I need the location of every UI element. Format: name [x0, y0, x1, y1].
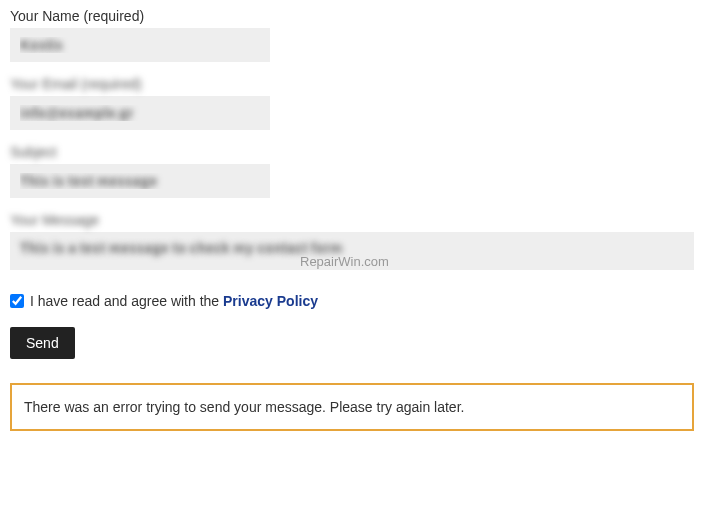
email-label: Your Email (required) — [10, 76, 692, 92]
subject-input[interactable] — [10, 164, 270, 198]
consent-text: I have read and agree with the Privacy P… — [30, 293, 318, 309]
consent-checkbox[interactable] — [10, 294, 24, 308]
subject-label: Subject — [10, 144, 692, 160]
message-textarea[interactable]: This is a test message to check my conta… — [10, 232, 694, 270]
name-input[interactable] — [10, 28, 270, 62]
email-input[interactable] — [10, 96, 270, 130]
privacy-policy-link[interactable]: Privacy Policy — [223, 293, 318, 309]
consent-row: I have read and agree with the Privacy P… — [10, 293, 692, 309]
name-label: Your Name (required) — [10, 8, 692, 24]
send-button[interactable]: Send — [10, 327, 75, 359]
error-message-box: There was an error trying to send your m… — [10, 383, 694, 431]
message-label: Your Message — [10, 212, 692, 228]
